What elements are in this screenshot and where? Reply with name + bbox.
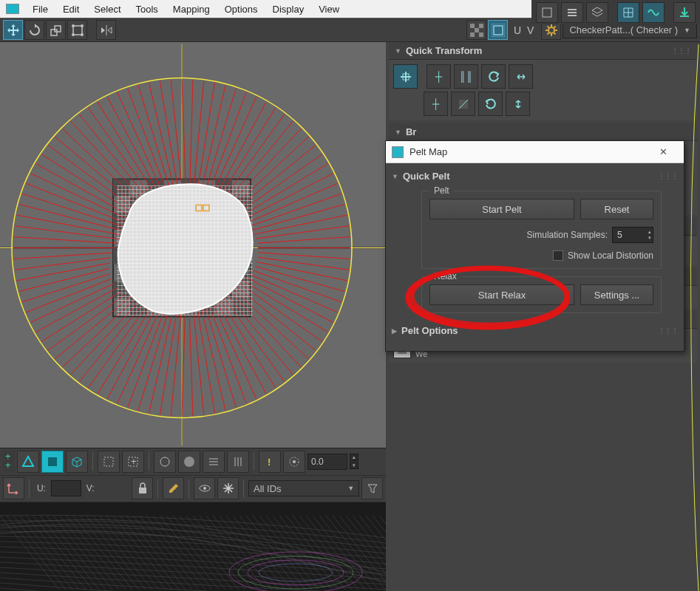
qt-rotate-ccw-button[interactable]: [481, 64, 506, 89]
snap-button[interactable]: [217, 477, 239, 499]
isolate-button[interactable]: [536, 2, 558, 23]
select-inside-button[interactable]: [98, 451, 120, 473]
spinner-down[interactable]: ▾: [350, 462, 359, 469]
qt-diag-button[interactable]: [451, 92, 475, 116]
download-button[interactable]: [673, 2, 696, 23]
sim-samples-field[interactable]: 5: [612, 227, 653, 243]
vertex-mode-button[interactable]: [17, 451, 39, 473]
brush-button[interactable]: [163, 477, 184, 499]
id-filter-value: All IDs: [254, 483, 282, 494]
qt-flip-v-button[interactable]: [506, 92, 530, 116]
uv-viewport[interactable]: [0, 42, 386, 448]
scale-icon: [50, 24, 63, 37]
settings-button[interactable]: Settings ...: [580, 284, 653, 305]
freeform-tool-button[interactable]: [67, 20, 87, 40]
menu-tools[interactable]: Tools: [129, 0, 166, 18]
filter-button[interactable]: [361, 477, 383, 499]
grid-cross-icon: [622, 6, 635, 19]
box-icon: [540, 6, 554, 19]
svg-point-3: [72, 24, 75, 27]
soft-selection-button[interactable]: [178, 451, 200, 473]
perspective-viewport[interactable]: [0, 502, 386, 591]
spinner-up[interactable]: ▴: [350, 454, 359, 461]
pelt-options-header[interactable]: ▶ Pelt Options ⋮⋮⋮: [392, 321, 678, 341]
u-field[interactable]: [51, 480, 81, 496]
menu-options[interactable]: Options: [217, 0, 265, 18]
show-map-button[interactable]: [488, 20, 508, 40]
paint-select-button[interactable]: [154, 451, 176, 473]
curve-editor-button[interactable]: [617, 2, 639, 23]
list-button[interactable]: [561, 2, 583, 23]
flip-h-icon: [514, 70, 528, 83]
viewport-column: ++ + !: [0, 42, 386, 591]
qt-align-hc-button[interactable]: ┼: [427, 64, 451, 89]
element-mode-button[interactable]: [66, 451, 88, 473]
display-button[interactable]: [194, 477, 215, 499]
flip-v-icon: [512, 98, 525, 111]
svg-point-6: [81, 33, 84, 36]
reset-button[interactable]: Reset: [580, 199, 653, 219]
svg-rect-0: [51, 30, 57, 35]
qt-align-vc-button[interactable]: ┼: [424, 92, 448, 116]
move-tool-button[interactable]: [3, 20, 23, 40]
menu-mapping[interactable]: Mapping: [166, 0, 217, 18]
qt-align-button[interactable]: [393, 64, 418, 89]
svg-rect-7: [470, 24, 475, 28]
loop-icon: [207, 455, 220, 468]
svg-rect-1: [55, 26, 61, 32]
dashed-plus-icon: +: [126, 455, 140, 468]
quick-pelt-header[interactable]: ▼ Quick Pelt ⋮⋮⋮: [392, 166, 678, 186]
bg-viewport-edge: [685, 44, 700, 591]
pelt-fieldset: Pelt Start Pelt Reset Simulation Samples…: [421, 191, 662, 269]
br-panel-header[interactable]: ▼ Br: [389, 123, 697, 141]
menu-select[interactable]: Select: [86, 0, 128, 18]
falloff-field[interactable]: 0.0: [307, 454, 347, 470]
close-button[interactable]: ✕: [648, 142, 678, 163]
viewport-footer: ++ + !: [0, 448, 386, 502]
sim-samples-label: Simulation Samples:: [527, 230, 608, 240]
chevron-down-icon: ▼: [347, 485, 354, 492]
menu-edit[interactable]: Edit: [55, 0, 86, 18]
scale-tool-button[interactable]: [46, 20, 66, 40]
start-relax-button[interactable]: Start Relax: [429, 284, 574, 305]
quick-transform-header[interactable]: ▼ Quick Transform ⋮⋮⋮: [389, 42, 697, 60]
pen-icon: [167, 482, 180, 495]
start-pelt-button[interactable]: Start Pelt: [429, 199, 574, 219]
checker-button[interactable]: [466, 20, 486, 40]
gradient-circle-icon: [183, 455, 196, 468]
show-local-checkbox[interactable]: [553, 250, 563, 261]
loop-button[interactable]: [203, 451, 225, 473]
menu-display[interactable]: Display: [265, 0, 312, 18]
track-view-button[interactable]: [642, 2, 665, 23]
rotate-tool-button[interactable]: [24, 20, 44, 40]
transform-mode-button[interactable]: [3, 477, 24, 499]
svg-text:+: +: [131, 456, 137, 467]
svg-rect-2: [73, 26, 82, 35]
pelt-options-title: Pelt Options: [401, 325, 458, 336]
face-mode-button[interactable]: [41, 451, 64, 473]
svg-rect-228: [48, 457, 57, 466]
menu-view[interactable]: View: [311, 0, 347, 18]
layers-button[interactable]: [586, 2, 608, 23]
uv-label: U V: [509, 24, 540, 36]
grow-selection-button[interactable]: +: [122, 451, 144, 473]
qt-rotate-cw-button[interactable]: [478, 92, 503, 116]
dashed-rect-icon: [102, 455, 115, 468]
menu-file[interactable]: File: [25, 0, 55, 18]
chevron-down-icon: ▼: [392, 173, 398, 180]
target-button[interactable]: [283, 451, 305, 473]
qt-align-v-button[interactable]: ║║: [454, 64, 478, 89]
ring-button[interactable]: [227, 451, 249, 473]
lock-button[interactable]: [132, 477, 153, 499]
svg-rect-237: [139, 488, 146, 493]
quick-pelt-title: Quick Pelt: [403, 171, 450, 182]
u-label: U:: [34, 483, 49, 493]
mirror-tool-button[interactable]: [96, 20, 116, 40]
warn-button[interactable]: !: [259, 451, 281, 473]
id-filter-dropdown[interactable]: All IDs ▼: [248, 480, 359, 496]
expand-handle[interactable]: ++: [3, 451, 15, 473]
relax-fieldset-label: Relax: [429, 271, 461, 281]
dialog-titlebar[interactable]: Pelt Map ✕: [386, 141, 684, 163]
cube-icon: [69, 454, 84, 469]
qt-flip-h-button[interactable]: [509, 64, 533, 89]
